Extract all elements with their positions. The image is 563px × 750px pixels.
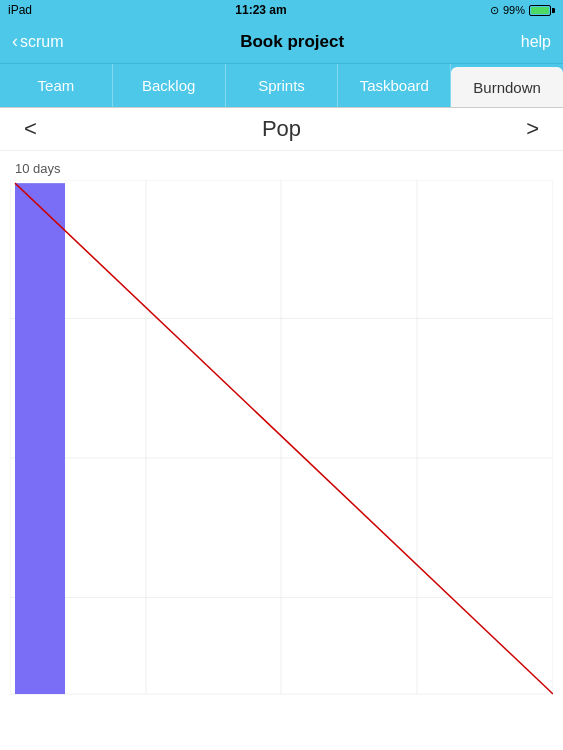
battery-icon [529,5,555,16]
burndown-line [15,183,553,694]
days-label: 10 days [10,161,553,176]
device-label: iPad [8,3,32,17]
back-button[interactable]: ‹ scrum [12,31,64,52]
tab-backlog[interactable]: Backlog [113,64,226,107]
nav-bar: ‹ scrum Book project help [0,20,563,64]
prev-sprint-button[interactable]: < [16,116,45,142]
burndown-chart [10,180,553,736]
chart-container: 10 days 15-Oct 29-Oct [0,151,563,747]
burndown-bar [15,183,65,694]
time-label: 11:23 am [235,3,286,17]
tab-team[interactable]: Team [0,64,113,107]
status-bar: iPad 11:23 am ⊙ 99% [0,0,563,20]
battery-percent: 99% [503,4,525,16]
tab-burndown[interactable]: Burndown [451,67,563,107]
page-title: Book project [240,32,344,52]
sprint-nav: < Pop > [0,108,563,151]
tab-taskboard[interactable]: Taskboard [338,64,451,107]
back-chevron-icon: ‹ [12,31,18,52]
status-right: ⊙ 99% [490,4,555,17]
tab-bar: Team Backlog Sprints Taskboard Burndown [0,64,563,108]
help-button[interactable]: help [521,33,551,51]
tab-sprints[interactable]: Sprints [226,64,339,107]
next-sprint-button[interactable]: > [518,116,547,142]
back-label: scrum [20,33,64,51]
chart-area: 15-Oct 29-Oct [10,180,553,736]
sprint-name: Pop [262,116,301,142]
signal-icon: ⊙ [490,4,499,17]
